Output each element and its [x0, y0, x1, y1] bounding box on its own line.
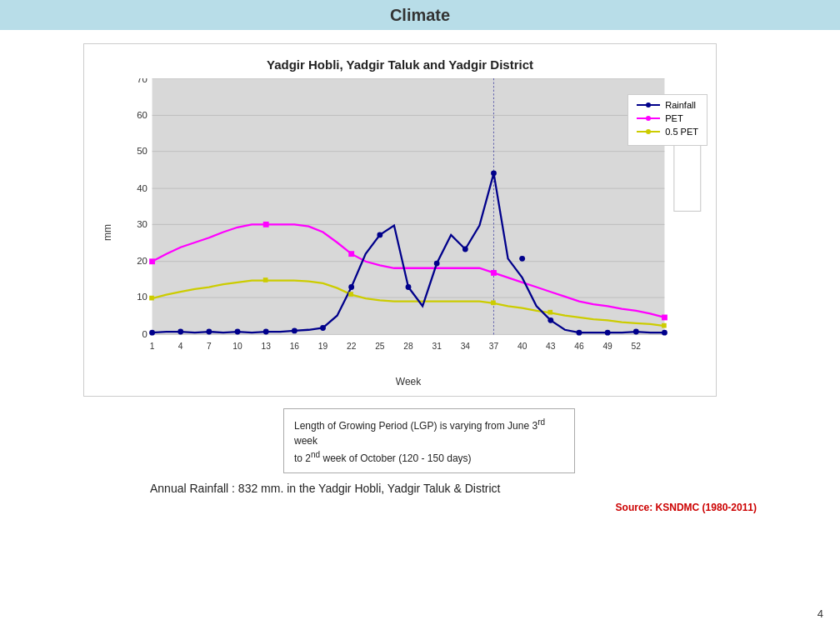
svg-point-43 [377, 232, 382, 238]
svg-point-41 [320, 325, 326, 331]
legend-dot-05pet [646, 129, 651, 134]
svg-rect-62 [348, 292, 353, 297]
chart-legend: Rainfall PET 0.5 PET [628, 94, 708, 146]
svg-rect-66 [674, 135, 701, 211]
svg-text:25: 25 [375, 342, 385, 351]
legend-dot-pet [646, 116, 651, 121]
main-content: Yadgir Hobli, Yadgir Taluk and Yadgir Di… [0, 30, 840, 522]
svg-text:40: 40 [518, 342, 528, 351]
svg-rect-0 [152, 78, 665, 334]
y-axis-label: mm [98, 78, 114, 388]
svg-text:34: 34 [461, 342, 471, 351]
svg-text:4: 4 [178, 342, 183, 351]
info-line2: to 2nd week of October (120 - 150 days) [294, 452, 472, 464]
svg-text:10: 10 [137, 292, 148, 302]
svg-rect-55 [149, 258, 155, 264]
chart-title: Yadgir Hobli, Yadgir Taluk and Yadgir Di… [98, 58, 702, 72]
legend-dot-rainfall [646, 102, 651, 108]
header-bar: Climate [0, 0, 840, 30]
svg-text:13: 13 [261, 342, 271, 351]
svg-point-49 [548, 318, 553, 323]
legend-item-rainfall: Rainfall [637, 100, 698, 110]
svg-text:70: 70 [137, 78, 148, 84]
svg-point-39 [263, 329, 269, 335]
svg-rect-56 [263, 222, 269, 228]
svg-text:37: 37 [489, 342, 499, 351]
svg-text:49: 49 [602, 342, 612, 351]
legend-line-rainfall [637, 104, 660, 106]
legend-item-05pet: 0.5 PET [637, 127, 698, 137]
source-text: Source: KSNDMC (1980-2011) [33, 502, 807, 513]
svg-rect-58 [491, 270, 497, 276]
svg-rect-65 [662, 323, 667, 328]
svg-point-51 [605, 330, 611, 336]
info-line1: Length of Growing Period (LGP) is varyin… [294, 420, 545, 447]
svg-text:1: 1 [150, 342, 155, 351]
legend-line-pet [637, 118, 660, 119]
svg-text:20: 20 [137, 256, 148, 266]
chart-area: mm 0 10 [98, 78, 702, 388]
svg-rect-63 [491, 300, 496, 305]
svg-point-40 [292, 328, 298, 333]
chart-container: Yadgir Hobli, Yadgir Taluk and Yadgir Di… [83, 43, 717, 397]
svg-point-37 [206, 329, 212, 335]
legend-line-05pet [637, 131, 660, 132]
svg-text:28: 28 [403, 342, 413, 351]
svg-text:16: 16 [290, 342, 300, 351]
svg-text:31: 31 [432, 342, 442, 351]
svg-point-52 [633, 329, 639, 335]
info-box: Length of Growing Period (LGP) is varyin… [283, 408, 575, 473]
svg-rect-57 [348, 251, 354, 257]
legend-item-pet: PET [637, 113, 698, 123]
svg-point-48 [519, 256, 525, 262]
svg-text:30: 30 [137, 219, 148, 229]
svg-text:22: 22 [347, 342, 357, 351]
svg-text:19: 19 [318, 342, 328, 351]
svg-text:10: 10 [232, 342, 242, 351]
page-title: Climate [390, 6, 450, 25]
svg-point-45 [434, 261, 440, 267]
chart-inner: 0 10 20 30 40 50 60 70 1 4 7 10 13 16 19 [114, 78, 702, 388]
svg-point-36 [178, 329, 183, 335]
legend-label-pet: PET [665, 113, 682, 123]
svg-text:52: 52 [632, 342, 642, 351]
annual-rainfall-text: Annual Rainfall : 832 mm. in the Yadgir … [150, 482, 500, 495]
svg-text:60: 60 [137, 110, 148, 120]
chart-svg: 0 10 20 30 40 50 60 70 1 4 7 10 13 16 19 [114, 78, 702, 372]
x-axis-label: Week [114, 376, 702, 388]
svg-point-44 [406, 284, 412, 290]
svg-text:7: 7 [207, 342, 212, 351]
svg-rect-60 [149, 296, 154, 301]
svg-point-50 [577, 330, 582, 336]
svg-point-42 [348, 284, 354, 290]
svg-rect-59 [662, 315, 668, 321]
svg-text:40: 40 [137, 183, 148, 193]
legend-label-05pet: 0.5 PET [665, 127, 698, 137]
svg-text:46: 46 [574, 342, 584, 351]
page-number: 4 [818, 608, 823, 620]
svg-point-38 [235, 329, 241, 335]
svg-point-35 [149, 330, 155, 336]
svg-rect-61 [263, 278, 268, 282]
svg-text:50: 50 [137, 146, 148, 156]
svg-text:43: 43 [546, 342, 556, 351]
legend-label-rainfall: Rainfall [665, 100, 696, 110]
svg-point-46 [462, 247, 468, 252]
svg-point-53 [662, 330, 668, 336]
svg-rect-64 [548, 310, 552, 315]
svg-text:0: 0 [142, 329, 148, 339]
